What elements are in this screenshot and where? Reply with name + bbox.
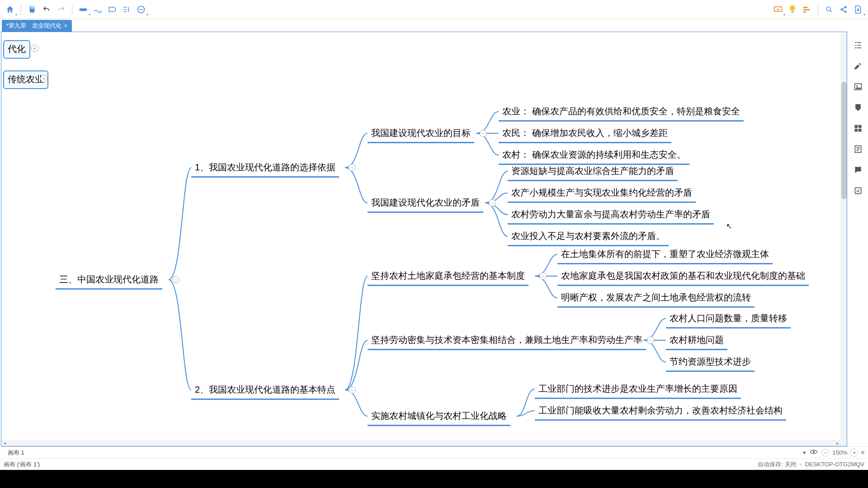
- zoom-in-button[interactable]: +: [850, 449, 858, 457]
- autosave-status: 自动保存: 关闭: [758, 461, 796, 468]
- bottom-letterbox: [0, 470, 868, 488]
- summary-icon[interactable]: [120, 3, 133, 16]
- node-root[interactable]: 三、中国农业现代化道路: [56, 272, 162, 290]
- main: 代化 + 传统农业 + 三、中国农业现代化道路 − 1、我国农业现代化道路的选择…: [0, 32, 868, 446]
- leaf[interactable]: 明晰产权，发展农产之间土地承包经营权的流转: [557, 290, 755, 308]
- collapse-toggle[interactable]: −: [172, 276, 179, 283]
- visibility-icon[interactable]: [810, 449, 818, 456]
- topic-icon[interactable]: ▾: [77, 3, 90, 16]
- expand-toggle[interactable]: +: [31, 45, 38, 52]
- node-b1b[interactable]: 我国建设现代化农业的矛盾: [368, 195, 483, 213]
- collapse-toggle[interactable]: −: [480, 130, 487, 137]
- marker-icon[interactable]: [853, 102, 863, 113]
- leaf[interactable]: 农民： 确保增加农民收入，缩小城乡差距: [499, 125, 671, 143]
- zoom-level: 150%: [832, 449, 847, 456]
- leaf[interactable]: 农产小规模生产与实现农业集约化经营的矛盾: [508, 185, 696, 203]
- mouse-cursor: ↖: [726, 222, 732, 230]
- node-b2[interactable]: 2、我国农业现代化道路的基本特点: [191, 382, 339, 400]
- close-icon[interactable]: ×: [64, 23, 67, 29]
- svg-rect-17: [859, 125, 862, 128]
- collapse-toggle[interactable]: −: [539, 272, 547, 280]
- host-name: DESKTOP-OTG2MQV: [805, 461, 864, 468]
- document-tab[interactable]: *第九章 农业现代化 ×: [2, 20, 72, 32]
- more-icon[interactable]: ▾: [135, 3, 147, 16]
- zoom-control: − 150% + ≡: [821, 449, 864, 457]
- leaf[interactable]: 农村劳动力大量富余与提高农村劳动生产率的矛盾: [508, 206, 714, 225]
- fit-icon[interactable]: ≡: [861, 449, 864, 456]
- node-b1[interactable]: 1、我国农业现代化道路的选择依据: [191, 160, 339, 178]
- tabbar: *第九章 农业现代化 ×: [0, 19, 868, 32]
- search-icon[interactable]: [823, 3, 835, 16]
- leaf[interactable]: 农业投入不足与农村要素外流的矛盾。: [508, 228, 669, 246]
- svg-rect-0: [80, 8, 87, 11]
- leaf[interactable]: 在土地集体所有的前提下，重塑了农业经济微观主体: [557, 246, 773, 264]
- side-panel: [848, 32, 868, 446]
- scroll-left-icon[interactable]: ◂: [1, 440, 8, 446]
- home-icon[interactable]: ▾: [4, 3, 16, 16]
- svg-rect-16: [855, 125, 858, 128]
- save-icon[interactable]: [26, 3, 38, 16]
- scroll-right-icon[interactable]: ▸: [834, 440, 840, 446]
- svg-rect-8: [803, 9, 810, 10]
- svg-point-2: [139, 9, 140, 10]
- image-icon[interactable]: [853, 81, 863, 92]
- undo-icon[interactable]: [40, 3, 53, 16]
- redo-icon[interactable]: [55, 3, 67, 16]
- comments-icon[interactable]: [853, 164, 863, 175]
- leaf[interactable]: 农地家庭承包是我国农村政策的基石和农业现代化制度的基础: [557, 268, 809, 286]
- node-b2b[interactable]: 坚持劳动密集与技术资本密集相结合，兼顾土地生产率和劳动生产率: [368, 332, 646, 350]
- svg-rect-19: [859, 129, 862, 132]
- horizontal-scrollbar[interactable]: ◂ ▸: [1, 440, 840, 446]
- collapse-toggle[interactable]: −: [349, 386, 356, 394]
- idea-icon[interactable]: [786, 3, 799, 16]
- svg-point-15: [856, 85, 858, 87]
- filter-icon[interactable]: ▾: [803, 449, 806, 456]
- leaf[interactable]: 节约资源型技术进步: [666, 354, 755, 372]
- presentation-icon[interactable]: ▾: [772, 3, 784, 16]
- svg-point-4: [142, 9, 143, 10]
- collapse-toggle[interactable]: −: [349, 164, 356, 171]
- sheetbar: 画布 1 ▾ − 150% + ≡: [0, 446, 868, 458]
- boundary-icon[interactable]: [106, 3, 118, 16]
- vertical-scrollbar-thumb[interactable]: [841, 82, 847, 199]
- svg-rect-7: [803, 7, 808, 8]
- toolbar: ▾ ▾ ▾ ▾ ▾: [0, 0, 868, 19]
- relationship-icon[interactable]: [91, 3, 104, 16]
- leaf[interactable]: 农业： 确保农产品的有效供给和优质安全，特别是粮食安全: [499, 103, 744, 122]
- export-icon[interactable]: ▾: [852, 3, 864, 16]
- leaf[interactable]: 农村人口问题数量，质量转移: [666, 310, 791, 328]
- node-b1a[interactable]: 我国建设现代农业的目标: [368, 125, 474, 143]
- icon-panel-icon[interactable]: [853, 123, 863, 134]
- node-b2a[interactable]: 坚持农村土地家庭承包经营的基本制度: [368, 268, 528, 286]
- zoom-out-button[interactable]: −: [821, 449, 830, 457]
- notes-icon[interactable]: [853, 144, 863, 155]
- style-icon[interactable]: [853, 61, 863, 71]
- collapse-toggle[interactable]: −: [647, 337, 654, 344]
- svg-rect-18: [855, 129, 858, 132]
- statusbar: 画布 ('画布 1') 自动保存: 关闭 ◦ DESKTOP-OTG2MQV: [0, 458, 868, 470]
- canvas[interactable]: 代化 + 传统农业 + 三、中国农业现代化道路 − 1、我国农业现代化道路的选择…: [1, 32, 847, 446]
- leaf[interactable]: 农村： 确保农业资源的持续利用和生态安全。: [499, 147, 689, 165]
- share-icon[interactable]: [837, 3, 850, 16]
- breadcrumb: 画布 ('画布 1'): [4, 460, 40, 469]
- svg-point-10: [826, 7, 830, 11]
- sheet-tab[interactable]: 画布 1: [4, 447, 28, 458]
- floating-node-a[interactable]: 代化: [3, 40, 30, 59]
- svg-point-22: [813, 451, 815, 453]
- tab-title: *第九章 农业现代化: [6, 22, 61, 30]
- leaf[interactable]: 工业部门的技术进步是农业生产率增长的主要原因: [535, 381, 741, 399]
- leaf[interactable]: 资源短缺与提高农业综合生产能力的矛盾: [508, 163, 678, 181]
- svg-rect-9: [803, 11, 807, 13]
- svg-rect-21: [855, 188, 861, 193]
- gantt-icon[interactable]: [801, 3, 813, 16]
- svg-point-3: [141, 9, 142, 10]
- leaf[interactable]: 工业部门能吸收大量农村剩余劳动力，改善农村经济社会结构: [535, 403, 786, 421]
- task-icon[interactable]: [853, 185, 863, 196]
- outline-icon[interactable]: [853, 40, 863, 51]
- svg-rect-6: [792, 12, 794, 13]
- expand-toggle[interactable]: +: [40, 75, 47, 82]
- leaf[interactable]: 农村耕地问题: [666, 332, 727, 350]
- node-b2c[interactable]: 实施农村城镇化与农村工业化战略: [368, 408, 510, 426]
- collapse-toggle[interactable]: −: [489, 199, 496, 206]
